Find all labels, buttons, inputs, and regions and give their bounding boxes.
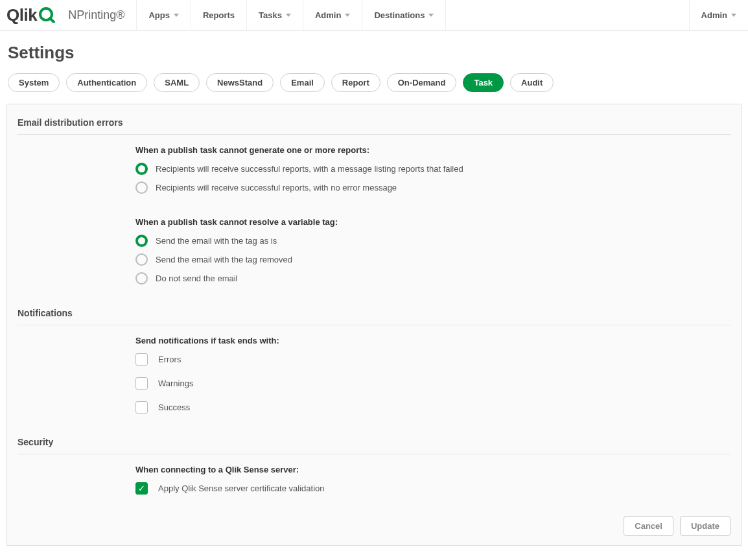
notification-checkbox-2[interactable]: Success <box>135 401 730 414</box>
checkbox-label: Success <box>158 402 190 412</box>
question-notifications: Send notifications if task ends with: <box>135 336 730 345</box>
question-security: When connecting to a Qlik Sense server: <box>135 465 730 474</box>
notification-checkbox-1[interactable]: Warnings <box>135 377 730 390</box>
nav-item-admin[interactable]: Admin <box>303 0 362 31</box>
radio-icon <box>135 272 148 285</box>
tab-report[interactable]: Report <box>331 73 380 92</box>
settings-panel: Email distribution errors When a publish… <box>6 104 742 546</box>
checkbox-icon: ✓ <box>135 482 148 495</box>
security-checkbox-0[interactable]: ✓Apply Qlik Sense server certificate val… <box>135 482 730 495</box>
section-notifications: Notifications Send notifications if task… <box>18 304 730 414</box>
section-email-errors: Email distribution errors When a publish… <box>18 113 730 285</box>
tab-email[interactable]: Email <box>280 73 325 92</box>
radio-label: Send the email with the tag as is <box>156 236 277 246</box>
radio-icon <box>135 235 148 247</box>
tab-authentication[interactable]: Authentication <box>66 73 147 92</box>
brand-block: Qlik NPrinting® <box>0 5 136 25</box>
tab-system[interactable]: System <box>8 73 60 92</box>
checkbox-label: Apply Qlik Sense server certificate vali… <box>158 484 325 493</box>
chevron-down-icon <box>345 14 350 17</box>
checkbox-label: Errors <box>158 355 181 364</box>
variable-tag-option-2[interactable]: Do not send the email <box>135 272 730 285</box>
checkbox-icon <box>135 353 148 366</box>
nav-item-reports[interactable]: Reports <box>191 0 247 31</box>
radio-label: Do not send the email <box>156 274 237 283</box>
nav-item-label: Admin <box>315 10 341 20</box>
tab-on-demand[interactable]: On-Demand <box>387 73 457 92</box>
action-buttons: Cancel Update <box>624 516 730 536</box>
topbar: Qlik NPrinting® AppsReportsTasksAdminDes… <box>0 0 748 31</box>
radio-icon <box>135 253 148 266</box>
radio-label: Recipients will receive successful repor… <box>156 183 397 192</box>
variable-tag-option-1[interactable]: Send the email with the tag removed <box>135 253 730 266</box>
radio-label: Recipients will receive successful repor… <box>156 164 463 174</box>
main-nav: AppsReportsTasksAdminDestinations <box>136 0 446 31</box>
settings-tabs: SystemAuthenticationSAMLNewsStandEmailRe… <box>0 72 748 104</box>
variable-tag-option-0[interactable]: Send the email with the tag as is <box>135 235 730 247</box>
checkbox-label: Warnings <box>158 379 193 388</box>
brand-name: Qlik <box>6 5 37 25</box>
product-name: NPrinting® <box>68 8 124 22</box>
nav-item-label: Reports <box>203 10 235 20</box>
nav-item-destinations[interactable]: Destinations <box>362 0 446 31</box>
nav-admin-user[interactable]: Admin <box>689 0 748 31</box>
nav-right: Admin <box>689 0 748 31</box>
nav-item-apps[interactable]: Apps <box>136 0 191 31</box>
tab-newsstand[interactable]: NewsStand <box>206 73 274 92</box>
notification-checkbox-0[interactable]: Errors <box>135 353 730 366</box>
nav-item-label: Apps <box>148 10 170 20</box>
chevron-down-icon <box>428 14 434 17</box>
radio-label: Send the email with the tag removed <box>156 255 292 264</box>
checkbox-icon <box>135 377 148 390</box>
checkbox-icon <box>135 401 148 414</box>
brand-logo-icon <box>38 6 55 25</box>
check-mark-icon: ✓ <box>138 484 145 493</box>
update-button[interactable]: Update <box>680 516 730 536</box>
tab-audit[interactable]: Audit <box>510 73 554 92</box>
section-security: Security When connecting to a Qlik Sense… <box>18 433 730 495</box>
radio-icon <box>135 163 148 175</box>
cancel-button[interactable]: Cancel <box>624 516 673 536</box>
tab-task[interactable]: Task <box>463 73 504 92</box>
nav-admin-user-label: Admin <box>701 10 727 20</box>
nav-item-tasks[interactable]: Tasks <box>247 0 303 31</box>
tab-saml[interactable]: SAML <box>154 73 200 92</box>
generate-reports-option-1[interactable]: Recipients will receive successful repor… <box>135 181 730 194</box>
question-generate-reports: When a publish task cannot generate one … <box>135 145 730 155</box>
nav-item-label: Tasks <box>259 10 282 20</box>
chevron-down-icon <box>286 14 291 17</box>
question-variable-tag: When a publish task cannot resolve a var… <box>135 217 730 227</box>
section-title-security: Security <box>18 433 730 454</box>
chevron-down-icon <box>174 14 179 17</box>
nav-item-label: Destinations <box>374 10 425 20</box>
section-title-email-errors: Email distribution errors <box>18 113 730 135</box>
generate-reports-option-0[interactable]: Recipients will receive successful repor… <box>135 163 730 175</box>
section-title-notifications: Notifications <box>18 304 730 325</box>
chevron-down-icon <box>731 14 736 17</box>
svg-line-1 <box>50 18 54 22</box>
radio-icon <box>135 181 148 194</box>
page-title: Settings <box>0 31 748 72</box>
